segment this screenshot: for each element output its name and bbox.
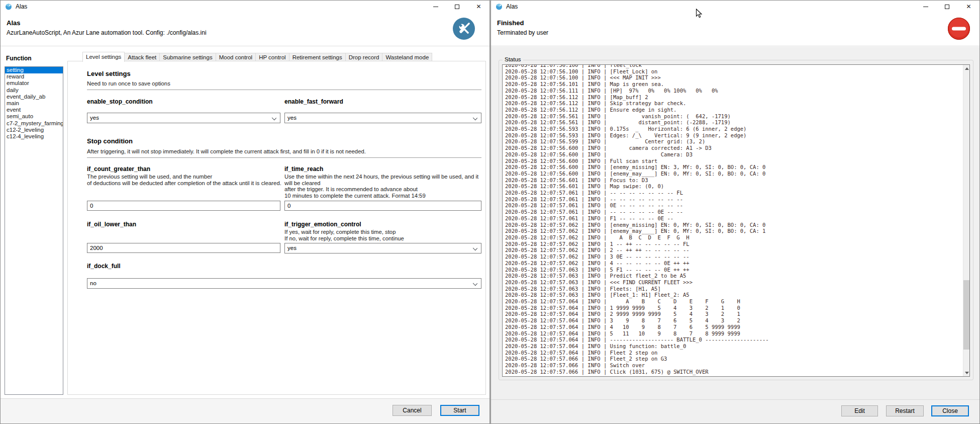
tab[interactable]: Drop record — [346, 53, 383, 61]
log-line: 2020-05-28 12:07:56.100 | INFO | <<< MAP… — [505, 74, 962, 81]
stopped-icon — [947, 17, 970, 40]
log-lines: 2020-05-28 12:07:56.100 | INFO | fleet_l… — [505, 64, 962, 375]
log-line: 2020-05-28 12:07:56.101 | INFO | Map is … — [505, 81, 962, 88]
tabs: Level settingsAttack fleetSubmarine sett… — [67, 52, 486, 61]
field-label-if-oil-lower-than: if_oil_lower_than — [87, 221, 136, 228]
minimize-icon — [923, 7, 928, 7]
function-list-item[interactable]: daily — [5, 87, 63, 94]
if-count-greater-than-input[interactable] — [87, 201, 280, 211]
log-line: 2020-05-28 12:07:57.064 | INFO | Using f… — [505, 343, 962, 350]
page-title: Alas — [7, 19, 20, 27]
scroll-down-button[interactable] — [963, 369, 970, 376]
function-list-item[interactable]: semi_auto — [5, 113, 63, 120]
section-subtitle: Need to run once to save options — [87, 80, 170, 87]
divider — [87, 157, 481, 158]
divider — [87, 90, 481, 90]
function-list-item[interactable]: emulator — [5, 80, 63, 87]
tab[interactable]: Level settings — [82, 52, 125, 62]
select-value: yes — [287, 245, 297, 251]
log-line: 2020-05-28 12:07:57.064 | INFO | 4 10 9 … — [505, 324, 962, 330]
log-output[interactable]: 2020-05-28 12:07:56.100 | INFO | fleet_l… — [502, 64, 970, 377]
titlebar: Alas ✕ — [491, 1, 979, 13]
edit-button[interactable]: Edit — [841, 405, 878, 416]
log-line: 2020-05-28 12:07:56.601 | INFO | Map swi… — [505, 183, 962, 190]
log-line: 2020-05-28 12:07:56.600 | INFO | [enemy_… — [505, 164, 962, 171]
if-oil-lower-than-input[interactable] — [87, 243, 280, 253]
field-label-if-trigger-emotion-control: if_trigger_emotion_control — [284, 221, 361, 228]
chevron-down-icon — [272, 116, 276, 120]
close-button[interactable]: ✕ — [468, 1, 489, 13]
window-config: Alas ✕ Alas AzurLaneAutoScript, An Azur … — [0, 0, 490, 424]
function-list-item[interactable]: main — [5, 100, 63, 107]
tab[interactable]: Submarine settings — [160, 53, 216, 61]
minimize-button[interactable] — [425, 1, 446, 13]
field-label-if-count-greater-than: if_count_greater_than — [87, 165, 150, 173]
if-trigger-emotion-control-select[interactable]: yes — [284, 243, 481, 253]
tab[interactable]: Wasteland mode — [382, 53, 432, 61]
tab[interactable]: Mood control — [216, 53, 256, 61]
if-time-reach-input[interactable] — [284, 201, 481, 211]
log-line: 2020-05-28 12:07:57.061 | INFO | -- -- -… — [505, 196, 962, 203]
log-line: 2020-05-28 12:07:57.062 | INFO | [enemy_… — [505, 228, 962, 234]
log-line: 2020-05-28 12:07:56.601 | INFO | Focus t… — [505, 177, 962, 184]
log-line: 2020-05-28 12:07:56.112 | INFO | Skip st… — [505, 100, 962, 107]
maximize-button[interactable] — [936, 1, 958, 13]
close-button[interactable]: ✕ — [958, 1, 979, 13]
tab[interactable]: Attack fleet — [125, 53, 160, 61]
maximize-icon — [455, 5, 459, 9]
function-list-item[interactable]: c7-2_mystery_farming — [5, 120, 63, 127]
log-line: 2020-05-28 12:07:57.066 | INFO | Switch … — [505, 362, 962, 369]
function-list-item[interactable]: setting — [5, 67, 63, 73]
log-line: 2020-05-28 12:07:57.062 | INFO | 3 0E --… — [505, 253, 962, 260]
section-subtitle: After triggering, it will not stop immed… — [87, 148, 484, 155]
log-line: 2020-05-28 12:07:57.066 | INFO | Fleet_2… — [505, 356, 962, 362]
alas-app-icon[interactable] — [496, 3, 503, 10]
tab[interactable]: HP control — [256, 53, 289, 61]
restart-button[interactable]: Restart — [886, 405, 924, 416]
if-dock-full-select[interactable]: no — [87, 278, 481, 289]
function-list-item[interactable]: event_daily_ab — [5, 94, 63, 100]
field-desc: Use the time within the next 24 hours, t… — [284, 174, 485, 199]
log-line: 2020-05-28 12:07:57.063 | INFO | [Fleet_… — [505, 292, 962, 298]
enable-stop-condition-select[interactable]: yes — [87, 113, 280, 123]
log-line: 2020-05-28 12:07:56.111 | INFO | [HP] 97… — [505, 88, 962, 94]
window-title: Alas — [506, 3, 518, 10]
log-line: 2020-05-28 12:07:56.100 | INFO | [Fleet_… — [505, 68, 962, 75]
log-line: 2020-05-28 12:07:57.064 | INFO | -------… — [505, 336, 962, 343]
log-line: 2020-05-28 12:07:57.061 | INFO | -- -- -… — [505, 209, 962, 215]
scroll-up-button[interactable] — [963, 65, 970, 72]
select-value: yes — [287, 115, 297, 121]
vertical-scrollbar[interactable] — [963, 65, 969, 376]
footer-bar: Edit Restart Close — [491, 399, 979, 423]
log-line: 2020-05-28 12:07:57.064 | INFO | Fleet 2… — [505, 350, 962, 356]
minimize-button[interactable] — [915, 1, 936, 13]
window-title: Alas — [16, 3, 27, 10]
footer-bar: Cancel Start — [1, 398, 489, 423]
arrow-up-icon — [965, 67, 969, 70]
minimize-icon — [433, 7, 438, 7]
function-list-item[interactable]: c12-2_leveling — [5, 127, 63, 133]
log-line: 2020-05-28 12:07:57.063 | INFO | 5 F1 --… — [505, 267, 962, 273]
close-icon: ✕ — [966, 4, 971, 10]
start-button[interactable]: Start — [440, 405, 479, 416]
field-label-enable-stop-condition: enable_stop_condition — [87, 98, 153, 105]
function-list-item[interactable]: event — [5, 107, 63, 113]
close-action-button[interactable]: Close — [931, 405, 969, 416]
scrollbar-thumb[interactable] — [963, 280, 970, 350]
maximize-button[interactable] — [446, 1, 468, 13]
function-list-item[interactable]: reward — [5, 73, 63, 80]
close-icon: ✕ — [476, 4, 481, 10]
function-list-item[interactable]: c12-4_leveling — [5, 133, 63, 140]
alas-app-icon[interactable] — [5, 3, 12, 10]
chevron-down-icon — [473, 116, 477, 120]
status-group-label: Status — [503, 56, 523, 62]
tab[interactable]: Retirement settings — [289, 53, 346, 61]
log-line: 2020-05-28 12:07:57.062 | INFO | A B C D… — [505, 234, 962, 241]
cancel-button[interactable]: Cancel — [393, 405, 432, 416]
arrow-down-icon — [965, 372, 969, 374]
status-title: Finished — [497, 19, 524, 27]
log-line: 2020-05-28 12:07:56.600 | INFO | [enemy_… — [505, 171, 962, 177]
field-desc: If yes, wait for reply, complete this ti… — [284, 229, 485, 241]
log-line: 2020-05-28 12:07:57.062 | INFO | 1 -- ++… — [505, 241, 962, 247]
enable-fast-forward-select[interactable]: yes — [284, 113, 481, 123]
